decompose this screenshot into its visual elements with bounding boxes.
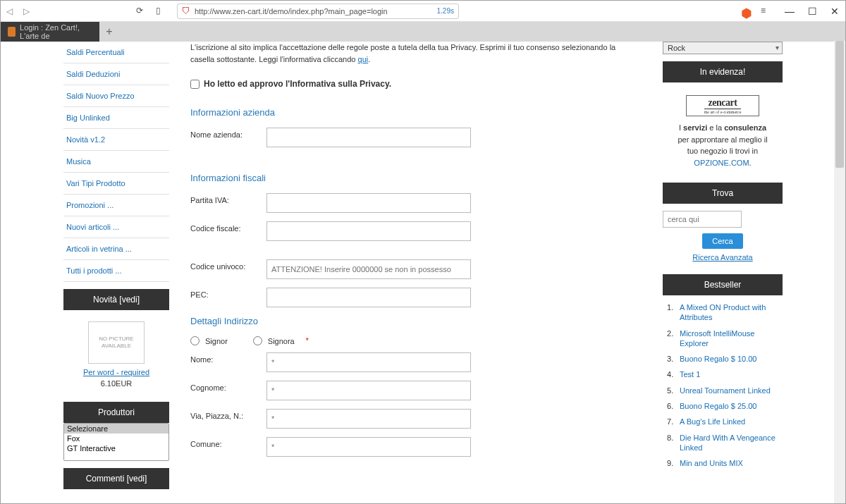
scrollbar[interactable] [834,41,845,503]
input-nome-azienda[interactable] [266,128,471,147]
bestseller-link[interactable]: Unreal Tournament Linked [680,386,771,395]
label-cognome: Cognome: [190,381,266,392]
section-fiscali: Informazioni fiscali [190,173,642,183]
bestseller-link[interactable]: Min and Units MIX [680,459,743,467]
manufacturer-select[interactable]: SelezionareFoxGT Interactive [63,423,169,461]
label-nome-azienda: Nome azienda: [190,128,266,139]
browser-tab[interactable]: Login : Zen Cart!, L'arte de [1,22,99,42]
forward-icon[interactable]: ▷ [23,6,33,16]
bestseller-link[interactable]: Buono Regalo $ 25.00 [680,402,756,410]
label-cf: Codice fiscale: [190,221,266,233]
category-link[interactable]: Big Unlinked [66,113,110,122]
address-bar[interactable]: ⛉ http://www.zen-cart.it/demo/index.php?… [177,4,459,19]
tab-title: Login : Zen Cart!, L'arte de [20,23,92,40]
back-icon[interactable]: ◁ [6,6,16,16]
label-via: Via, Piazza, N.: [190,409,266,420]
radio-signor[interactable] [190,336,200,345]
category-link[interactable]: Saldi Nuovo Prezzo [66,92,135,100]
promo-text: I servizi e la consulenza per approntare… [666,122,780,168]
minimize-button[interactable]: — [785,6,795,17]
input-piva[interactable] [266,193,471,213]
category-link[interactable]: Tutti i prodotti ... [66,266,121,275]
bookmark-icon[interactable]: ▯ [156,6,167,17]
novita-header[interactable]: Novità [vedi] [63,289,169,310]
category-link[interactable]: Articoli in vetrina ... [66,245,132,253]
featured-product-price: 6.10EUR [66,379,166,388]
url-text: http://www.zen-cart.it/demo/index.php?ma… [195,7,388,16]
page-viewport: Saldi PercentualiSaldi DeduzioniSaldi Nu… [1,42,845,503]
genre-dropdown[interactable]: Rock [663,42,783,54]
bestseller-link[interactable]: Test 1 [680,370,700,379]
featured-product-link[interactable]: Per word - required [66,368,166,376]
section-indirizzo: Dettagli Indirizzo [190,316,642,326]
produttori-header: Produttori [63,402,169,423]
label-pec: PEC: [190,288,266,299]
advanced-search-link[interactable]: Ricerca Avanzata [663,253,783,262]
input-via[interactable] [266,409,471,429]
privacy-checkbox-label: Ho letto ed approvo l'Informativa sulla … [204,79,391,89]
reload-icon[interactable]: ⟳ [136,6,147,17]
category-link[interactable]: Saldi Percentuali [66,48,125,56]
maximize-button[interactable]: ☐ [807,6,817,17]
input-comune[interactable] [266,437,471,457]
trova-header: Trova [663,183,783,204]
commenti-header[interactable]: Commenti [vedi] [63,468,169,489]
bestseller-link[interactable]: A Mixed ON Product with Attributes [680,303,766,321]
search-button[interactable]: Cerca [702,233,742,249]
bestseller-link[interactable]: Buono Regalo $ 10.00 [680,355,756,363]
label-nome: Nome: [190,352,266,364]
input-pec[interactable] [266,288,471,307]
opzione-link[interactable]: OPZIONE.COM [694,159,749,167]
bestseller-header: Bestseller [663,274,783,295]
no-picture-placeholder: NO PICTURE AVAILABLE [88,321,145,364]
evidenza-header: In evidenza! [663,61,783,82]
brave-icon[interactable]: ⬢ [741,6,752,17]
category-link[interactable]: Novità v1.2 [66,135,105,144]
category-list: Saldi PercentualiSaldi DeduzioniSaldi Nu… [63,42,169,282]
label-cu: Codice univoco: [190,259,266,271]
label-comune: Comune: [190,437,266,448]
scrollbar-thumb[interactable] [835,41,844,168]
privacy-checkbox[interactable] [190,80,200,89]
insecure-icon: ⛉ [182,6,190,16]
category-link[interactable]: Vari Tipi Prodotto [66,179,125,188]
new-tab-button[interactable]: + [99,22,119,42]
radio-signora[interactable] [253,336,262,345]
label-piva: Partita IVA: [190,193,266,204]
browser-titlebar: ◁ ▷ ⟳ ▯ ⛉ http://www.zen-cart.it/demo/in… [1,1,845,22]
favicon [8,27,16,37]
category-link[interactable]: Promozioni ... [66,201,114,209]
input-cf[interactable] [266,221,471,241]
section-azienda: Informazioni azienda [190,107,642,118]
privacy-link[interactable]: qui [358,55,369,63]
bestseller-list: A Mixed ON Product with AttributesMicros… [663,295,783,476]
input-cu[interactable] [266,259,471,279]
load-time: 1.29s [437,7,454,15]
bestseller-link[interactable]: Die Hard With A Vengeance Linked [680,434,776,452]
menu-icon[interactable]: ≡ [761,6,772,17]
input-nome[interactable] [266,352,471,372]
category-link[interactable]: Nuovi articoli ... [66,223,119,231]
bestseller-link[interactable]: A Bug's Life Linked [680,417,745,426]
input-cognome[interactable] [266,381,471,400]
category-link[interactable]: Saldi Deduzioni [66,70,120,78]
zencart-logo: zencart the art of e-commerce [686,95,759,116]
category-link[interactable]: Musica [66,157,91,166]
privacy-note: L'iscrizione al sito implica l'accettazi… [190,42,642,65]
search-input[interactable] [663,211,742,228]
tab-bar: Login : Zen Cart!, L'arte de + [1,22,845,42]
close-button[interactable]: ✕ [830,6,840,17]
bestseller-link[interactable]: Microsoft IntelliMouse Explorer [680,329,754,348]
